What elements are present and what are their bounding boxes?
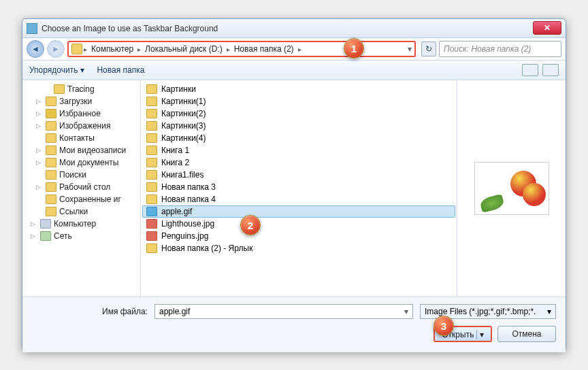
folder-icon — [146, 170, 157, 180]
view-controls — [522, 64, 559, 76]
tree-node[interactable]: ▷Сеть — [24, 230, 139, 242]
file-list[interactable]: КартинкиКартинки(1)Картинки(2)Картинки(3… — [141, 80, 457, 297]
tree-node[interactable]: Контакты — [24, 132, 139, 144]
folder-icon — [46, 146, 56, 155]
breadcrumb-seg[interactable]: Новая папка (2) — [231, 44, 297, 54]
view-mode-button[interactable] — [522, 64, 538, 76]
file-name: Книга 2 — [161, 158, 189, 167]
file-row[interactable]: Lighthouse.jpg — [142, 218, 455, 230]
tree-node[interactable]: ▷Избранное — [24, 107, 139, 120]
close-button[interactable]: ✕ — [533, 21, 561, 35]
tree-node[interactable]: ▷Мои видеозаписи — [24, 144, 139, 156]
breadcrumb-seg[interactable]: Локальный диск (D:) — [142, 44, 225, 54]
tree-label: Рабочий стол — [59, 182, 110, 192]
dialog-body: Tracing▷Загрузки▷Избранное▷ИзображенияКо… — [22, 80, 566, 297]
file-row[interactable]: Картинки(1) — [142, 95, 455, 107]
tree-label: Tracing — [67, 84, 95, 94]
back-button[interactable]: ◄ — [27, 40, 44, 58]
file-row[interactable]: Книга 2 — [142, 156, 455, 169]
folder-icon — [146, 84, 157, 94]
filename-label: Имя файла: — [32, 307, 148, 316]
caret-icon[interactable]: ▷ — [36, 110, 43, 117]
tree-node[interactable]: ▷Рабочий стол — [24, 181, 139, 193]
annotation-marker-1: 1 — [344, 38, 364, 58]
titlebar: Choose an Image to use as Taskbar Backgr… — [22, 19, 566, 38]
tree-label: Избранное — [59, 109, 101, 118]
app-icon — [27, 23, 37, 34]
chevron-right-icon[interactable]: ▸ — [298, 46, 301, 53]
tree-label: Мои документы — [59, 158, 118, 167]
folder-icon — [146, 158, 157, 167]
caret-icon[interactable]: ▷ — [36, 98, 43, 105]
folder-icon — [146, 121, 157, 131]
new-folder-button[interactable]: Новая папка — [97, 65, 144, 75]
leaf-icon — [478, 194, 504, 213]
caret-icon[interactable]: ▷ — [36, 159, 43, 166]
file-name: Картинки(4) — [161, 133, 206, 143]
nav-row: ◄ ► ▸ Компьютер ▸ Локальный диск (D:) ▸ … — [22, 38, 566, 60]
nav-tree[interactable]: Tracing▷Загрузки▷Избранное▷ИзображенияКо… — [22, 80, 141, 297]
file-row[interactable]: Книга1.files — [142, 169, 455, 181]
forward-button[interactable]: ► — [47, 40, 65, 58]
preview-pane — [457, 80, 566, 297]
tree-node[interactable]: ▷Изображения — [24, 120, 139, 132]
refresh-button[interactable]: ↻ — [421, 41, 436, 56]
caret-icon[interactable]: ▷ — [36, 122, 43, 129]
folder-icon — [54, 84, 65, 94]
comp-icon — [40, 219, 51, 229]
file-row[interactable]: Penguins.jpg — [142, 230, 455, 242]
file-row[interactable]: apple.gif — [142, 205, 455, 218]
tree-node[interactable]: ▷Компьютер — [24, 218, 139, 230]
caret-icon[interactable]: ▷ — [31, 220, 37, 227]
chevron-down-icon: ▾ — [80, 65, 84, 75]
cancel-button[interactable]: Отмена — [497, 326, 556, 342]
chevron-down-icon[interactable]: ▾ — [476, 330, 484, 339]
tree-node[interactable]: Сохраненные иг — [24, 193, 139, 205]
breadcrumb-seg[interactable]: Компьютер — [88, 44, 136, 54]
help-button[interactable] — [542, 64, 559, 76]
search-input[interactable]: Поиск: Новая папка (2) — [439, 41, 561, 57]
file-row[interactable]: Картинки(3) — [142, 120, 455, 132]
file-name: Картинки(2) — [161, 109, 206, 118]
folder-icon — [46, 170, 56, 180]
folder-icon — [146, 97, 157, 106]
folder-icon — [46, 97, 56, 106]
file-row[interactable]: Картинки — [142, 83, 455, 95]
file-row[interactable]: Картинки(2) — [142, 107, 455, 120]
chevron-down-icon: ▾ — [547, 307, 551, 316]
tree-node[interactable]: Поиски — [24, 169, 139, 181]
filename-input[interactable]: apple.gif▾ — [154, 304, 413, 319]
tree-node[interactable]: ▷Загрузки — [24, 95, 139, 107]
tree-node[interactable]: Tracing — [24, 83, 139, 95]
chevron-down-icon[interactable]: ▾ — [408, 44, 412, 54]
folder-icon — [146, 109, 157, 118]
folder-icon — [46, 207, 56, 216]
file-name: Книга1.files — [161, 170, 203, 180]
organize-menu[interactable]: Упорядочить ▾ — [29, 65, 84, 75]
chevron-down-icon[interactable]: ▾ — [404, 307, 408, 316]
caret-icon[interactable]: ▷ — [36, 184, 43, 190]
apple-icon — [523, 183, 546, 206]
file-row[interactable]: Картинки(4) — [142, 132, 455, 144]
chevron-right-icon[interactable]: ▸ — [137, 46, 141, 53]
chevron-right-icon[interactable]: ▸ — [84, 46, 87, 53]
folder-icon — [46, 195, 56, 204]
tree-label: Изображения — [59, 121, 110, 131]
file-name: Lighthouse.jpg — [161, 219, 214, 229]
tree-node[interactable]: Ссылки — [24, 205, 139, 218]
file-row[interactable]: Новая папка 3 — [142, 181, 455, 193]
caret-icon[interactable]: ▷ — [31, 233, 37, 239]
folder-icon — [46, 182, 56, 192]
filename-value: apple.gif — [159, 307, 190, 316]
chevron-right-icon[interactable]: ▸ — [227, 46, 230, 53]
file-row[interactable]: Новая папка (2) - Ярлык — [142, 242, 455, 254]
file-dialog: Choose an Image to use as Taskbar Backgr… — [22, 18, 566, 352]
file-row[interactable]: Книга 1 — [142, 144, 455, 156]
tree-node[interactable]: ▷Мои документы — [24, 156, 139, 169]
file-row[interactable]: Новая папка 4 — [142, 193, 455, 205]
tree-label: Сеть — [54, 231, 72, 241]
file-name: Новая папка 3 — [161, 182, 216, 192]
file-name: Новая папка (2) - Ярлык — [161, 243, 252, 253]
toolbar: Упорядочить ▾ Новая папка — [22, 60, 566, 80]
caret-icon[interactable]: ▷ — [36, 147, 43, 154]
